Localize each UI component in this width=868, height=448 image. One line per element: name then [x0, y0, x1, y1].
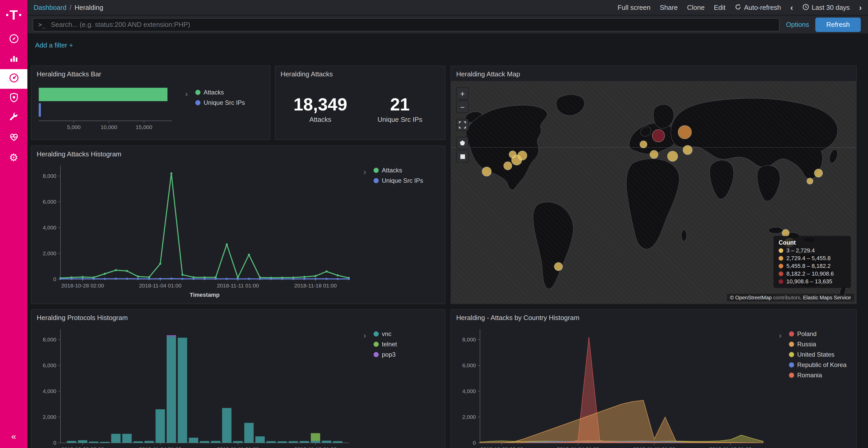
map-zoom-in-icon[interactable]: + — [456, 87, 469, 100]
legend-label: Attacks — [204, 89, 224, 96]
legend-item-unique-src-ips[interactable]: Unique Src IPs — [195, 99, 245, 106]
legend-item-united-states[interactable]: United States — [789, 351, 846, 358]
legend-toggle-icon[interactable]: › — [182, 89, 191, 98]
legend-color-dot — [779, 271, 783, 276]
map-legend-item: 3 – 2,729.4 — [779, 247, 846, 253]
legend-label: Republic of Korea — [797, 361, 846, 369]
svg-text:8,000: 8,000 — [462, 337, 476, 342]
legend-item-pop3[interactable]: pop3 — [374, 351, 397, 358]
search-input[interactable] — [50, 20, 774, 29]
country-histogram-chart: 02,0004,0006,0008,0002018-10-28 02:00201… — [454, 325, 770, 448]
sidebar-item-dashboard[interactable] — [0, 69, 27, 89]
svg-text:8,000: 8,000 — [43, 337, 56, 342]
chart-legend: › AttacksUnique Src IPs — [360, 167, 423, 184]
sidebar-item-discover[interactable] — [0, 30, 27, 49]
map-zoom-out-icon[interactable]: − — [456, 101, 469, 113]
sidebar-item-visualize[interactable] — [0, 49, 27, 69]
svg-text:2018-11-04 01:00: 2018-11-04 01:00 — [139, 283, 181, 288]
legend-item-russia[interactable]: Russia — [789, 341, 846, 348]
osm-attribution-link[interactable]: © OpenStreetMap — [730, 295, 772, 300]
metric-label: Attacks — [292, 115, 349, 123]
map-fit-bounds-icon[interactable] — [456, 119, 469, 131]
elastic-maps-attribution-link[interactable]: Elastic Maps Service — [803, 295, 851, 300]
legend-item-vnc[interactable]: vnc — [374, 330, 397, 338]
legend-label: Unique Src IPs — [204, 99, 245, 106]
legend-item-romania[interactable]: Romania — [789, 372, 846, 379]
svg-text:4,000: 4,000 — [43, 225, 56, 231]
legend-item-attacks[interactable]: Attacks — [195, 89, 245, 96]
auto-refresh-button[interactable]: Auto-refresh — [735, 3, 781, 12]
sidebar-collapse-icon[interactable]: « — [11, 432, 16, 442]
logo-square — [6, 14, 8, 16]
legend-item-republic-of-korea[interactable]: Republic of Korea — [789, 361, 846, 369]
attack-map-canvas[interactable]: + − Count 3 – 2,729.42,729.4 – 5,455.85,… — [451, 81, 856, 304]
legend-item-poland[interactable]: Poland — [789, 330, 846, 338]
metric-unique-src-ips: 21 Unique Src IPs — [371, 95, 428, 123]
terminal-prompt-icon: >_ — [38, 21, 46, 28]
attacks-bar-chart: 5,00010,00015,000 — [36, 84, 180, 134]
svg-text:10,000: 10,000 — [100, 124, 117, 130]
legend-color-dot — [374, 352, 379, 357]
time-forward-button[interactable]: › — [859, 3, 862, 12]
legend-color-dot — [374, 342, 379, 347]
chart-legend: › PolandRussiaUnited StatesRepublic of K… — [776, 330, 846, 379]
map-draw-polygon-icon[interactable] — [456, 137, 469, 149]
legend-item-attacks[interactable]: Attacks — [374, 167, 423, 174]
breadcrumb-dashboard[interactable]: Dashboard — [34, 4, 66, 11]
legend-toggle-icon[interactable]: › — [776, 330, 785, 340]
tmobile-logo[interactable]: T — [6, 0, 22, 30]
kibana-dashboard-app: T ⚙ « Dashboard / Heralding Full screen — [0, 0, 868, 448]
time-back-button[interactable]: ‹ — [790, 3, 793, 12]
svg-text:2018-10-28 02:00: 2018-10-28 02:00 — [480, 446, 523, 448]
sidebar-item-dev-tools[interactable] — [0, 108, 27, 128]
refresh-arrow-icon — [735, 3, 741, 12]
map-legend-range: 3 – 2,729.4 — [786, 247, 815, 253]
filter-bar: Add a filter + — [27, 34, 868, 57]
map-attribution: © OpenStreetMap contributors, Elastic Ma… — [727, 294, 854, 302]
full-screen-button[interactable]: Full screen — [618, 4, 650, 11]
panel-title: Heralding Attack Map — [451, 66, 856, 79]
sidebar-item-management[interactable]: ⚙ — [0, 148, 27, 167]
time-range-picker[interactable]: Last 30 days — [802, 3, 850, 12]
chart-legend: › AttacksUnique Src IPs — [182, 89, 245, 106]
panel-country-histogram: Heralding - Attacks by Country Histogram… — [451, 309, 857, 448]
query-options-link[interactable]: Options — [786, 21, 809, 28]
clone-button[interactable]: Clone — [687, 4, 705, 11]
svg-text:2018-11-11 01:00: 2018-11-11 01:00 — [217, 446, 259, 448]
chart-legend: › vnctelnetpop3 — [360, 330, 397, 358]
map-legend-item: 5,455.8 – 8,182.2 — [779, 263, 846, 269]
legend-item-unique-src-ips[interactable]: Unique Src IPs — [374, 177, 423, 184]
map-controls: + − — [456, 87, 469, 163]
legend-toggle-icon[interactable]: › — [360, 167, 369, 176]
svg-text:0: 0 — [53, 276, 56, 282]
map-legend-title: Count — [779, 240, 846, 246]
sidebar-item-monitoring[interactable] — [0, 128, 27, 148]
map-legend-item: 10,908.6 – 13,635 — [779, 278, 846, 284]
edit-button[interactable]: Edit — [714, 4, 725, 11]
map-draw-rectangle-icon[interactable] — [456, 150, 469, 163]
panel-title: Heralding Attacks Histogram — [32, 146, 445, 159]
svg-text:0: 0 — [473, 440, 476, 446]
refresh-button[interactable]: Refresh — [815, 17, 861, 32]
breadcrumb-current: Heralding — [74, 4, 103, 11]
legend-items: AttacksUnique Src IPs — [374, 167, 423, 184]
legend-label: Attacks — [382, 167, 402, 174]
legend-item-telnet[interactable]: telnet — [374, 341, 397, 348]
svg-text:2018-11-18 01:00: 2018-11-18 01:00 — [294, 283, 337, 288]
heartbeat-icon — [8, 132, 19, 144]
add-filter-link[interactable]: Add a filter + — [35, 41, 73, 49]
svg-text:4,000: 4,000 — [462, 388, 476, 394]
legend-color-dot — [779, 256, 783, 261]
legend-color-dot — [789, 373, 794, 378]
legend-color-dot — [195, 90, 200, 95]
sidebar-item-security[interactable] — [0, 89, 27, 108]
svg-text:6,000: 6,000 — [462, 362, 476, 368]
share-button[interactable]: Share — [660, 4, 678, 11]
legend-color-dot — [779, 264, 783, 268]
panel-title: Heralding Attacks — [275, 66, 445, 79]
svg-text:2018-11-04 01:00: 2018-11-04 01:00 — [139, 446, 181, 448]
legend-toggle-icon[interactable]: › — [360, 330, 369, 340]
svg-text:6,000: 6,000 — [43, 362, 56, 368]
app-sidebar: T ⚙ « — [0, 0, 27, 448]
legend-color-dot — [789, 362, 794, 368]
